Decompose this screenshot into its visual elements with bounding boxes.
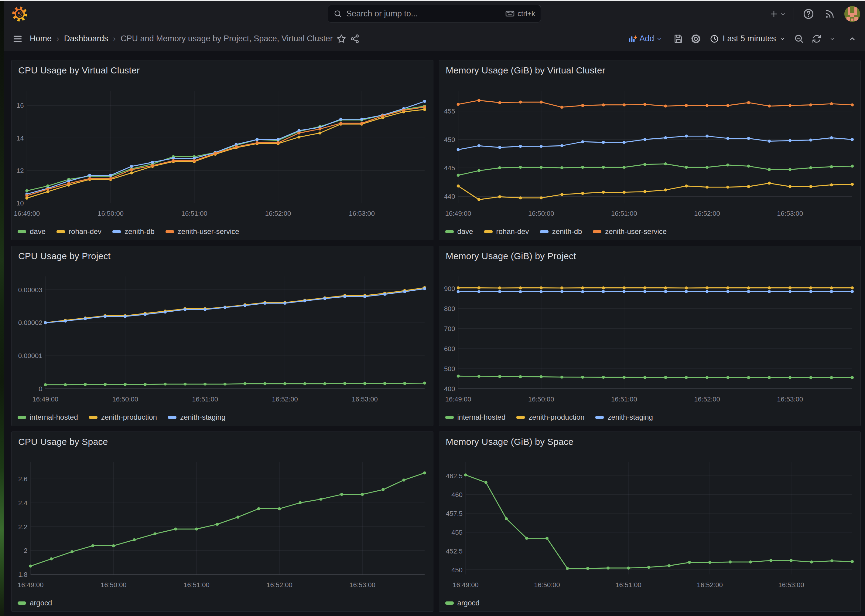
panel-title[interactable]: Memory Usage (GiB) by Virtual Cluster — [446, 65, 605, 75]
panel-memory-usage-gib-by-space: Memory Usage (GiB) by Space450452.545545… — [439, 432, 861, 612]
svg-text:16:53:00: 16:53:00 — [349, 210, 375, 217]
legend-item-zenith-user-service[interactable]: zenith-user-service — [165, 227, 239, 236]
help-button[interactable] — [802, 7, 815, 20]
legend-item-zenith-user-service[interactable]: zenith-user-service — [593, 227, 666, 236]
share-dashboard-button[interactable] — [348, 32, 361, 46]
search-input[interactable]: Search or jump to... ctrl+k — [328, 5, 541, 22]
legend-item-dave[interactable]: dave — [445, 227, 473, 236]
legend-swatch — [445, 602, 454, 605]
legend-label: argocd — [457, 599, 480, 607]
legend-swatch — [17, 602, 26, 605]
legend-item-rohan-dev[interactable]: rohan-dev — [484, 227, 529, 236]
legend-item-argocd[interactable]: argocd — [445, 599, 480, 607]
legend-label: zenith-user-service — [178, 227, 239, 236]
svg-text:700: 700 — [444, 325, 455, 333]
breadcrumb: Home › Dashboards › CPU and Memory usage… — [30, 34, 333, 43]
svg-text:16:50:00: 16:50:00 — [528, 210, 554, 217]
plus-icon — [769, 9, 778, 19]
legend-item-zenith-db[interactable]: zenith-db — [540, 227, 582, 236]
panel-cpu-usage-by-space: CPU Usage by Space1.822.22.42.616:49:001… — [11, 432, 433, 612]
chart-plot: 00.000010.000020.0000316:49:0016:50:0016… — [11, 246, 433, 426]
svg-text:500: 500 — [444, 365, 455, 372]
svg-text:16:49:00: 16:49:00 — [445, 210, 471, 217]
svg-text:16:51:00: 16:51:00 — [611, 395, 637, 403]
legend-label: rohan-dev — [496, 227, 529, 236]
add-panel-button[interactable]: Add — [628, 34, 662, 43]
svg-text:16:49:00: 16:49:00 — [452, 581, 479, 589]
legend-swatch — [89, 416, 98, 419]
collapse-topbar-button[interactable] — [846, 32, 859, 46]
panel-memory-usage-gib-by-project: Memory Usage (GiB) by Project40050060070… — [439, 246, 861, 426]
save-dashboard-button[interactable] — [671, 32, 685, 46]
chevron-up-icon — [848, 34, 857, 43]
series-zenith-user-service — [457, 99, 854, 108]
series-zenith-production — [457, 286, 854, 289]
chart-plot: 1.822.22.42.616:49:0016:50:0016:51:0016:… — [11, 432, 433, 612]
breadcrumb-separator: › — [57, 34, 59, 43]
zoom-out-time-button[interactable] — [793, 32, 806, 46]
svg-text:16:52:00: 16:52:00 — [694, 210, 720, 217]
legend-label: rohan-dev — [69, 227, 101, 236]
panel-title[interactable]: CPU Usage by Space — [18, 437, 108, 447]
legend-item-zenith-staging[interactable]: zenith-staging — [168, 413, 225, 421]
svg-text:450: 450 — [451, 566, 463, 574]
legend-label: zenith-staging — [607, 413, 653, 421]
svg-text:16:51:00: 16:51:00 — [615, 581, 641, 589]
chart-plot: 44044545045516:49:0016:50:0016:51:0016:5… — [439, 60, 861, 240]
svg-text:16:52:00: 16:52:00 — [272, 395, 298, 403]
chevron-down-icon — [780, 36, 785, 42]
avatar[interactable] — [845, 6, 860, 22]
svg-text:16:51:00: 16:51:00 — [611, 210, 637, 217]
panel-cpu-usage-by-project: CPU Usage by Project00.000010.000020.000… — [11, 246, 433, 426]
chart-plot: 40050060070080090016:49:0016:50:0016:51:… — [439, 246, 861, 426]
panel-legend: argocd — [17, 599, 52, 607]
legend-item-zenith-production[interactable]: zenith-production — [89, 413, 157, 421]
legend-item-dave[interactable]: dave — [17, 227, 46, 236]
legend-swatch — [17, 230, 26, 233]
svg-text:16:51:00: 16:51:00 — [192, 395, 218, 403]
legend-item-zenith-db[interactable]: zenith-db — [112, 227, 154, 236]
menu-icon — [13, 34, 23, 44]
svg-text:2.2: 2.2 — [18, 523, 28, 531]
chevron-down-icon — [829, 36, 835, 42]
svg-text:2.6: 2.6 — [18, 475, 28, 483]
series-internal-hosted — [457, 374, 854, 379]
svg-text:16:50:00: 16:50:00 — [528, 395, 554, 403]
svg-text:16:49:00: 16:49:00 — [445, 395, 471, 403]
panel-legend: internal-hostedzenith-productionzenith-s… — [17, 413, 225, 421]
legend-item-zenith-staging[interactable]: zenith-staging — [595, 413, 653, 421]
time-range-picker[interactable]: Last 5 minutes — [707, 34, 788, 43]
legend-swatch — [595, 416, 604, 419]
legend-item-rohan-dev[interactable]: rohan-dev — [57, 227, 101, 236]
panel-title[interactable]: CPU Usage by Project — [18, 251, 110, 261]
panel-legend: daverohan-devzenith-dbzenith-user-servic… — [17, 227, 239, 236]
legend-label: internal-hosted — [457, 413, 506, 421]
legend-item-internal-hosted[interactable]: internal-hosted — [17, 413, 78, 421]
svg-text:16:49:00: 16:49:00 — [14, 210, 40, 217]
panel-title[interactable]: Memory Usage (GiB) by Project — [446, 251, 576, 261]
svg-text:0.00002: 0.00002 — [18, 319, 43, 327]
panel-title[interactable]: Memory Usage (GiB) by Space — [446, 437, 574, 447]
legend-item-internal-hosted[interactable]: internal-hosted — [445, 413, 506, 421]
grafana-logo[interactable] — [11, 6, 28, 22]
new-dropdown-button[interactable] — [769, 9, 786, 19]
breadcrumb-home[interactable]: Home — [30, 34, 52, 43]
refresh-dashboard-button[interactable] — [810, 32, 823, 46]
star-dashboard-button[interactable] — [335, 32, 348, 46]
legend-item-argocd[interactable]: argocd — [17, 599, 52, 607]
svg-text:16:50:00: 16:50:00 — [534, 581, 560, 589]
add-panel-icon — [628, 34, 637, 43]
refresh-interval-button[interactable] — [828, 32, 837, 46]
news-button[interactable] — [823, 7, 837, 20]
breadcrumb-dashboards[interactable]: Dashboards — [64, 34, 109, 43]
mega-menu-button[interactable] — [11, 32, 24, 46]
star-icon — [336, 34, 347, 44]
zoom-out-icon — [794, 34, 804, 44]
legend-label: zenith-db — [124, 227, 154, 236]
svg-text:16:50:00: 16:50:00 — [112, 395, 138, 403]
legend-label: zenith-production — [528, 413, 585, 421]
dashboard-settings-button[interactable] — [689, 32, 703, 46]
legend-item-zenith-production[interactable]: zenith-production — [516, 413, 585, 421]
svg-text:16:51:00: 16:51:00 — [181, 210, 208, 217]
panel-title[interactable]: CPU Usage by Virtual Cluster — [18, 65, 140, 75]
